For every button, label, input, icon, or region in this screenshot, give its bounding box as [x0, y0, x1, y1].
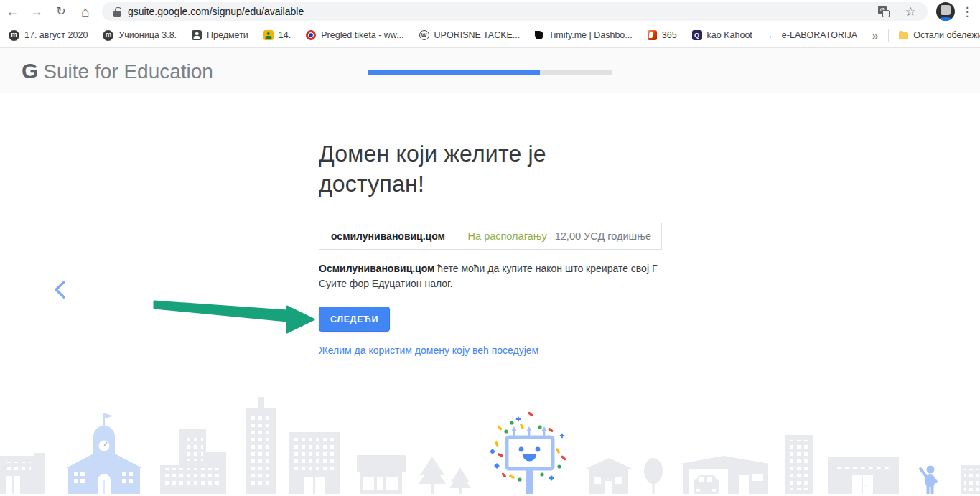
gsuite-header: GSuite for Education	[0, 47, 980, 93]
kahoot-icon: Q	[692, 30, 702, 40]
school-building	[66, 413, 142, 494]
domain-value: осмилунивановиц.цом	[331, 230, 445, 242]
wordpress-icon: W	[419, 30, 429, 40]
office-icon	[648, 30, 657, 40]
bookmark-item[interactable]: m Учионица 3.8.	[103, 30, 177, 41]
house	[584, 458, 634, 494]
previous-step-chevron[interactable]	[49, 276, 70, 303]
building-with-doors	[289, 432, 340, 494]
address-bar[interactable]: gsuite.google.com/signup/edu/available ☆	[102, 2, 928, 21]
translate-icon[interactable]	[878, 6, 890, 17]
bookmark-item[interactable]: 14.	[263, 30, 291, 40]
domain-price: 12,00 УСД годишње	[555, 230, 651, 242]
availability-status: На располагању	[468, 230, 547, 242]
bookmark-item[interactable]: W UPORISNE TACKE...	[419, 30, 521, 40]
building-edge-right	[961, 465, 980, 494]
back-icon[interactable]: ←	[0, 5, 24, 18]
pine-trees	[419, 457, 471, 494]
logo-g: G	[22, 59, 38, 83]
browser-toolbar: ← → ↻ ⌂ gsuite.google.com/signup/edu/ava…	[0, 0, 980, 23]
bookmark-item[interactable]: Timify.me | Dashbo...	[535, 30, 632, 40]
bookmarks-overflow-chevron[interactable]: »	[872, 29, 878, 42]
url-text[interactable]: gsuite.google.com/signup/edu/available	[128, 6, 304, 17]
moodle-icon: m	[9, 30, 19, 41]
arrow-left-icon: ←	[767, 31, 777, 40]
folder-icon	[899, 32, 908, 39]
domain-field[interactable]: осмилунивановиц.цом На располагању 12,00…	[319, 223, 662, 250]
browser-menu-icon[interactable]: ⋮	[955, 4, 979, 19]
person-figure	[920, 466, 936, 495]
target-circle-icon	[306, 30, 316, 40]
forward-icon[interactable]: →	[24, 5, 49, 18]
billboard-mascot	[507, 426, 553, 494]
other-bookmarks-button[interactable]: Остали обележивачи	[899, 30, 980, 40]
building-left	[0, 453, 45, 494]
bookmark-item[interactable]: 365	[648, 30, 677, 40]
progress-fill	[368, 70, 540, 75]
tall-building-right	[785, 435, 813, 494]
bookmark-star-icon[interactable]: ☆	[905, 4, 916, 19]
next-button[interactable]: СЛЕДЕЋИ	[319, 307, 390, 332]
classroom-person-icon	[263, 30, 274, 40]
signup-progress-bar	[368, 70, 612, 75]
logo-text: Suite for Education	[43, 60, 213, 83]
bookmarks-separator	[888, 29, 889, 42]
home-icon[interactable]: ⌂	[73, 5, 98, 19]
page-title: Домен који желите је доступан!	[319, 139, 606, 199]
droplet-icon	[535, 31, 543, 39]
building-midtown	[160, 429, 226, 494]
skyscraper	[246, 397, 276, 494]
bookmark-item[interactable]: Предмети	[192, 30, 248, 40]
gsuite-logo: GSuite for Education	[22, 59, 213, 83]
cityscape-illustration	[0, 395, 980, 496]
lock-icon	[113, 7, 121, 17]
classroom-person-icon	[192, 30, 202, 40]
round-tree	[644, 458, 663, 494]
purchase-note: Осмилунивановиц.цом ћете моћи да купите …	[319, 261, 668, 291]
bookmark-item[interactable]: m 17. август 2020	[9, 30, 88, 41]
note-domain-bold: Осмилунивановиц.цом	[319, 263, 434, 274]
bookmarks-right-group: » Остали обележивачи	[872, 29, 980, 42]
garage	[681, 456, 770, 494]
browser-window: ← → ↻ ⌂ gsuite.google.com/signup/edu/ava…	[0, 0, 980, 496]
use-own-domain-link[interactable]: Желим да користим домену коју већ поседу…	[319, 345, 538, 356]
profile-avatar[interactable]	[936, 2, 955, 21]
bookmark-item[interactable]: Pregled tiketa - ww...	[306, 30, 403, 40]
bookmarks-bar: m 17. август 2020 m Учионица 3.8. Предме…	[0, 23, 980, 47]
storefront	[357, 455, 406, 494]
bookmark-item[interactable]: ← e-LABORATORIJA	[767, 30, 857, 40]
moodle-icon: m	[103, 30, 113, 41]
store-right	[828, 457, 899, 494]
bookmark-item[interactable]: Q kao Kahoot	[692, 30, 752, 40]
reload-icon[interactable]: ↻	[49, 6, 73, 17]
annotation-arrow	[144, 293, 323, 343]
